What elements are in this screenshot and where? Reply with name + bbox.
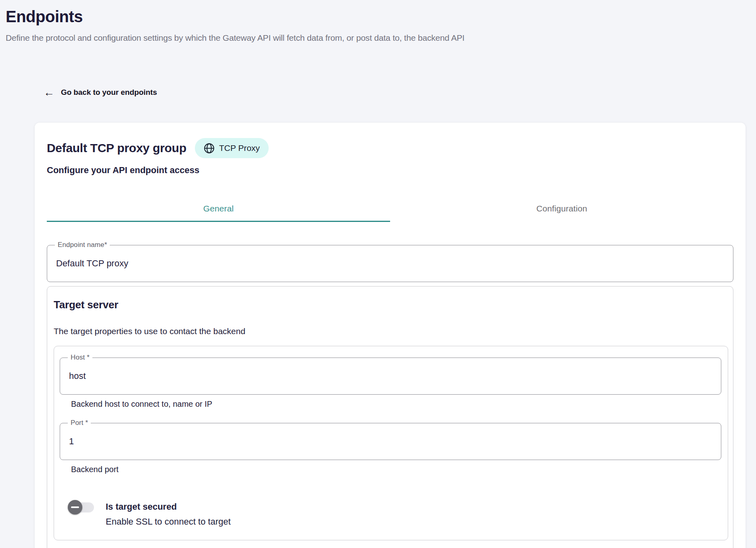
card-title: Default TCP proxy group [47, 141, 186, 155]
tab-configuration[interactable]: Configuration [390, 198, 733, 222]
host-label: Host * [68, 353, 92, 362]
protocol-badge-label: TCP Proxy [219, 143, 260, 153]
back-arrow-icon: ← [44, 87, 54, 98]
port-label: Port * [68, 419, 91, 427]
minus-icon [68, 500, 82, 515]
card-title-row: Default TCP proxy group TCP Proxy [47, 138, 733, 158]
port-input[interactable] [60, 423, 721, 460]
card-subtitle: Configure your API endpoint access [47, 165, 733, 176]
host-helper-text: Backend host to connect to, name or IP [71, 399, 721, 409]
toggle-texts: Is target secured Enable SSL to connect … [106, 500, 231, 528]
endpoint-card: Default TCP proxy group TCP Proxy Config… [35, 123, 746, 548]
page-subtitle: Define the protocol and configuration se… [6, 33, 756, 43]
target-server-title: Target server [54, 299, 728, 311]
toggle-description: Enable SSL to connect to target [106, 516, 231, 528]
target-server-section: Target server The target properties to u… [47, 286, 733, 548]
tab-bar: General Configuration [47, 198, 733, 222]
tab-general[interactable]: General [47, 198, 390, 222]
host-input[interactable] [60, 358, 721, 395]
is-target-secured-row: Is target secured Enable SSL to connect … [60, 500, 721, 528]
globe-icon [204, 143, 215, 154]
target-server-description: The target properties to use to contact … [54, 326, 728, 336]
is-target-secured-toggle[interactable] [68, 500, 94, 515]
endpoint-name-input[interactable] [47, 245, 733, 282]
port-helper-text: Backend port [71, 465, 721, 474]
back-link[interactable]: ← Go back to your endpoints [44, 87, 157, 98]
page-title: Endpoints [6, 6, 756, 27]
endpoint-name-field: Endpoint name* [47, 245, 733, 282]
endpoints-page: Endpoints Define the protocol and config… [0, 0, 756, 548]
protocol-badge: TCP Proxy [195, 138, 269, 158]
back-link-label: Go back to your endpoints [61, 88, 157, 97]
toggle-title: Is target secured [106, 501, 231, 513]
endpoint-name-label: Endpoint name* [55, 241, 110, 249]
target-server-fields-group: Host * Backend host to connect to, name … [54, 346, 728, 540]
port-field: Port * [60, 423, 721, 460]
host-field: Host * [60, 358, 721, 395]
